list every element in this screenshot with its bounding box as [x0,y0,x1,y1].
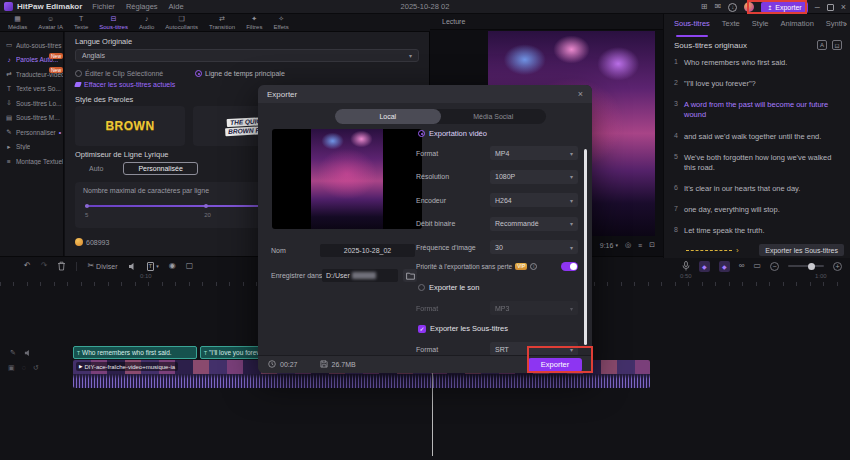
main-timeline-radio[interactable]: Ligne de temps principale [195,70,285,77]
subs-format-select[interactable]: SRT ▾ [490,342,578,356]
subtitle-row[interactable]: 6 It's clear in our hearts that one day. [664,184,842,194]
toolbar-item[interactable]: T Texte [74,15,88,30]
crop-icon[interactable]: ▢ [186,262,194,270]
audio-format-select[interactable]: MP3 ▾ [490,301,578,315]
field-select[interactable]: Recommandé ▾ [490,217,578,231]
panel-tab[interactable]: Synth [826,19,845,34]
sidebar-item[interactable]: ≡ Montage Textuel [0,154,63,169]
name-input[interactable]: 2025-10-28_02 [320,244,415,257]
split-button[interactable]: ✂Diviser [87,262,117,270]
tab-auto[interactable]: Auto [75,163,117,174]
subtitle-row[interactable]: 4 and said we'd walk together until the … [664,132,842,142]
close-button[interactable]: × [841,3,846,12]
tab-social[interactable]: Média Social [441,109,547,124]
menu-item[interactable]: Réglages [126,2,158,11]
toolbar-item[interactable]: ✧ Effets [273,15,288,30]
sidebar-item[interactable]: ▸ Style [0,140,63,155]
dialog-scrollbar[interactable] [584,149,587,345]
edit-clip-radio[interactable]: Éditer le Clip Sélectionné [75,70,163,77]
panel-tab[interactable]: Style [752,19,769,34]
menu-item[interactable]: Aide [169,2,184,11]
subtitle-clip[interactable]: T Who remembers who first said. [73,346,197,359]
toolbar-item[interactable]: ♪ Audio [139,15,154,30]
mute-icon[interactable] [128,262,137,271]
sidebar-item[interactable]: ✎ Personnaliser • [0,125,63,140]
edit-track-icon[interactable]: ✎ [10,349,16,358]
sidebar-item[interactable]: ⇩ Sous-titres Lo... [0,96,63,111]
sidebar-item[interactable]: ♪ Paroles Auto... New [0,53,63,68]
layout-icon[interactable]: ⊞ [701,3,708,11]
record-icon[interactable]: ◉ [169,262,176,270]
language-select[interactable]: Anglais ▾ [75,49,419,62]
subtitle-row[interactable]: 1 Who remembers who first said. [664,58,842,68]
dialog-close-icon[interactable]: × [578,89,583,99]
zoom-in-icon[interactable]: + [833,262,842,271]
panel-tab[interactable]: Sous-titres [674,19,710,34]
avatar[interactable] [744,2,754,12]
subtitle-row[interactable]: 7 one day, everything will stop. [664,205,842,215]
save-path-input[interactable]: D:/User [322,269,398,282]
delete-icon[interactable] [57,261,66,271]
download-icon[interactable]: ↓ [728,3,737,12]
sidebar-item[interactable]: T Texte vers So... [0,82,63,97]
lossless-toggle[interactable] [561,262,578,271]
toolbar-item[interactable]: ⇄ Transition [209,15,235,30]
export-subtitles-button[interactable]: Exporter les Sous-titres [759,244,844,256]
toolbar-item[interactable]: ▦ Médias [8,15,27,30]
minimize-button[interactable]: – [815,3,820,12]
apply-all-icon[interactable]: ⊡ [832,40,842,50]
subtitle-row[interactable]: 3 A word from the past will become our f… [664,100,842,120]
browse-folder-button[interactable] [403,269,417,282]
redo-icon[interactable]: ↷ [41,262,48,270]
dialog-export-button[interactable]: Exporter [528,358,582,372]
sidebar-item[interactable]: ⇄ Traducteur-vidéo New [0,67,63,82]
toolbar-item[interactable]: ⊟ Sous-titres [99,15,128,30]
video-export-radio[interactable]: Exportation vidéo [418,129,487,138]
fullscreen-icon[interactable]: ⊡ [649,241,655,249]
panel-tab[interactable]: Animation [780,19,813,34]
toolbar-item[interactable]: ❏ Autocollants [165,15,198,30]
keyframe-prev-icon[interactable]: ◆ [699,261,710,272]
settings-menu-icon[interactable]: ≡ [638,242,642,249]
link-clips-icon[interactable]: ∞ [739,262,745,270]
aspect-ratio-selector[interactable]: 9:16▾ [600,242,618,249]
toolbar-item[interactable]: ☺ Avatar IA [38,15,63,30]
toolbar-item[interactable]: ✦ Filtres [246,15,262,30]
track-mute-icon[interactable]: ◌ [22,364,26,372]
subtitle-row[interactable]: 8 Let time speak the truth. [664,226,842,236]
sidebar-item[interactable]: ▤ Sous-titres M... [0,111,63,126]
tab-custom[interactable]: Personnalisée [123,162,197,175]
zoom-slider-handle[interactable] [808,263,815,270]
restore-button[interactable] [827,4,834,11]
field-select[interactable]: 30 ▾ [490,240,578,254]
tab-local[interactable]: Local [335,109,441,124]
audio-export-radio[interactable]: Exporter le son [418,283,479,292]
tabs-overflow-chevron-icon[interactable]: › [844,19,847,29]
more-chevron-icon[interactable]: › [736,246,739,255]
track-volume-icon[interactable] [24,349,32,358]
style-card-brown[interactable]: BROWN [75,106,185,146]
subtitle-row[interactable]: 2 "I'll love you forever"? [664,79,842,89]
field-select[interactable]: MP4 ▾ [490,146,578,160]
menu-item[interactable]: Fichier [92,2,115,11]
voiceover-mic-icon[interactable] [682,261,690,271]
text-tool-icon[interactable]: T▾ [147,262,159,271]
undo-icon[interactable]: ↶ [24,262,31,270]
fit-timeline-icon[interactable]: ▭ [753,262,761,270]
subtitles-export-checkbox[interactable]: ✓ Exporter les Sous-titres [418,324,508,333]
track-lock-icon[interactable]: ▣ [8,364,15,372]
feedback-icon[interactable]: ✉ [715,3,722,11]
panel-tab[interactable]: Texte [722,19,740,34]
field-select[interactable]: H264 ▾ [490,193,578,207]
subtitle-row[interactable]: 5 We've both forgotten how long we've wa… [664,153,842,173]
export-button[interactable]: ↥Exporter [761,2,808,13]
snapshot-icon[interactable]: ◎ [625,241,631,249]
field-select[interactable]: 1080P ▾ [490,170,578,184]
sidebar-item[interactable]: ▭ Auto-sous-titres [0,38,63,53]
zoom-out-icon[interactable]: − [770,262,779,271]
clear-subtitles-link[interactable]: Effacer les sous-titres actuels [75,81,175,88]
keyframe-next-icon[interactable]: ◆ [719,261,730,272]
timeline-zoom-slider[interactable] [788,265,824,267]
track-loop-icon[interactable]: ↺ [33,364,39,372]
translate-icon[interactable]: A [817,40,827,50]
